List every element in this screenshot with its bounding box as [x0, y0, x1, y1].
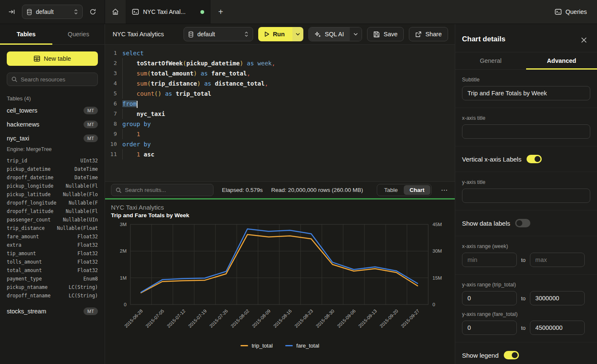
toggle-knob: [535, 156, 540, 162]
share-button[interactable]: Share: [409, 27, 448, 41]
code-line-10[interactable]: order by: [122, 139, 455, 149]
code-line-3[interactable]: sum(total_amount) as fare_total,: [122, 68, 455, 78]
sql-ai-label: SQL AI: [325, 31, 344, 38]
svg-text:2015-09-20: 2015-09-20: [379, 308, 399, 329]
code-line-1[interactable]: select: [122, 48, 455, 58]
range-to-label: to: [521, 325, 526, 331]
show-data-labels-toggle[interactable]: [515, 219, 530, 227]
y-axis-range-fare-min-input[interactable]: [462, 321, 517, 335]
save-button[interactable]: Save: [367, 27, 404, 41]
database-selector[interactable]: default: [22, 5, 83, 19]
run-options-chevron[interactable]: [292, 27, 303, 41]
sql-code[interactable]: selecttoStartOfWeek(pickup_datetime) as …: [122, 48, 455, 181]
column-row: payment_typeEnum8: [7, 275, 98, 283]
y-axis-range-trip-row: to: [462, 291, 590, 305]
show-legend-toggle[interactable]: [504, 351, 519, 359]
token: ): [194, 70, 197, 77]
svg-text:0: 0: [124, 302, 127, 307]
sidebar-table-cell_towers[interactable]: cell_towersMT: [7, 103, 98, 117]
vertical-x-labels-toggle[interactable]: [527, 155, 542, 163]
tab-nyc-taxi-analytics[interactable]: NYC Taxi Anal...: [126, 0, 211, 24]
results-more-button[interactable]: ⋯: [440, 186, 449, 194]
toolbar-database-selector[interactable]: default: [184, 27, 253, 41]
code-line-9[interactable]: 1: [122, 129, 455, 139]
sidebar-tab-queries[interactable]: Queries: [52, 24, 105, 44]
y-axis-range-trip-max-input[interactable]: [530, 291, 585, 305]
token: trip_total: [176, 90, 211, 97]
new-table-label: New table: [44, 55, 71, 62]
legend-item-fare_total[interactable]: fare_total: [285, 342, 319, 349]
sidebar-tab-tables[interactable]: Tables: [0, 24, 52, 44]
code-line-5[interactable]: count() as trip_total: [122, 89, 455, 99]
subtitle-group: Subtitle: [455, 70, 597, 108]
tab-title: NYC Taxi Anal...: [143, 8, 196, 15]
column-row: total_amountFloat32: [7, 266, 98, 275]
code-line-11[interactable]: 1 asc: [122, 149, 455, 159]
close-panel-button[interactable]: [581, 35, 591, 45]
column-type: LC(String): [69, 283, 98, 291]
code-line-2[interactable]: toStartOfWeek(pickup_datetime) as week,: [122, 58, 455, 68]
column-type: Float32: [78, 232, 98, 241]
refresh-button[interactable]: [87, 6, 99, 18]
sidebar-table-nyc_taxi[interactable]: nyc_taxiMT: [7, 131, 98, 145]
sql-editor[interactable]: 1234567891011 selecttoStartOfWeek(pickup…: [105, 45, 455, 181]
code-line-8[interactable]: group by: [122, 119, 455, 129]
token: order by: [122, 141, 151, 148]
token: toStartOfWeek: [137, 60, 183, 67]
y-axis-range-trip-min-input[interactable]: [462, 291, 517, 305]
home-button[interactable]: [105, 0, 126, 24]
sidebar-table-hackernews[interactable]: hackernewsMT: [7, 117, 98, 131]
engine-badge: MT: [84, 107, 98, 114]
new-tab-button[interactable]: +: [211, 0, 231, 24]
sql-ai-button[interactable]: SQL AI: [308, 27, 362, 41]
column-row: pickup_datetimeDateTime: [7, 165, 98, 173]
token: 1: [137, 131, 140, 138]
results-toolbar: Elapsed: 0.579s Read: 20,000,000 rows (2…: [105, 181, 455, 198]
toolbar-database-value: default: [197, 31, 240, 38]
table-name: cell_towers: [7, 107, 84, 114]
resource-search-input[interactable]: [21, 76, 95, 83]
code-line-7[interactable]: nyc_taxi: [122, 109, 455, 119]
vertical-x-labels-label: Vertical x-axis Labels: [462, 156, 521, 163]
view-toggle-chart[interactable]: Chart: [404, 185, 430, 195]
vertical-x-labels-row: Vertical x-axis Labels: [455, 146, 597, 172]
tables-section-header: Tables (4): [7, 95, 98, 102]
x-axis-range-min-input[interactable]: [462, 253, 517, 267]
chart-details-tabs: General Advanced: [455, 52, 597, 70]
legend-item-trip_total[interactable]: trip_total: [240, 342, 273, 349]
x-axis-range-label: x-axis range (week): [462, 243, 590, 249]
table-name: hackernews: [7, 121, 84, 128]
sidebar-table-stocks_stream[interactable]: stocks_streamMT: [7, 304, 98, 318]
column-name: dropoff_latitude: [7, 207, 54, 216]
column-name: payment_type: [7, 275, 42, 283]
subtitle-input[interactable]: [462, 86, 590, 100]
column-type: Nullable(Fl: [66, 207, 98, 216]
sql-ai-chevron[interactable]: [350, 27, 362, 41]
home-icon: [112, 8, 119, 15]
tab-advanced[interactable]: Advanced: [526, 52, 597, 69]
y-axis-title-input[interactable]: [462, 189, 590, 203]
share-label: Share: [425, 31, 442, 38]
view-toggle-table[interactable]: Table: [378, 185, 403, 195]
token: (): [154, 90, 162, 97]
new-table-button[interactable]: New table: [7, 51, 98, 66]
x-axis-range-max-input[interactable]: [530, 253, 585, 267]
y-axis-title-group: y-axis title: [455, 172, 597, 210]
token: [200, 80, 204, 87]
code-line-4[interactable]: sum(trip_distance) as distance_total,: [122, 78, 455, 89]
run-button-main[interactable]: Run: [258, 27, 292, 41]
queries-button[interactable]: Queries: [555, 0, 587, 24]
resource-search[interactable]: [7, 73, 98, 86]
results-search-input[interactable]: [125, 187, 209, 193]
y-axis-range-fare-max-input[interactable]: [530, 321, 585, 335]
code-line-6[interactable]: from: [122, 99, 455, 109]
tab-general[interactable]: General: [455, 52, 526, 69]
run-button[interactable]: Run: [258, 27, 303, 41]
column-name: total_amount: [7, 266, 42, 275]
x-axis-title-input[interactable]: [462, 124, 590, 139]
collapse-sidebar-button[interactable]: [6, 6, 18, 18]
table-name: nyc_taxi: [7, 135, 84, 142]
sql-ai-main[interactable]: SQL AI: [309, 27, 350, 41]
subtitle-label: Subtitle: [462, 77, 590, 83]
results-search[interactable]: [111, 184, 213, 196]
